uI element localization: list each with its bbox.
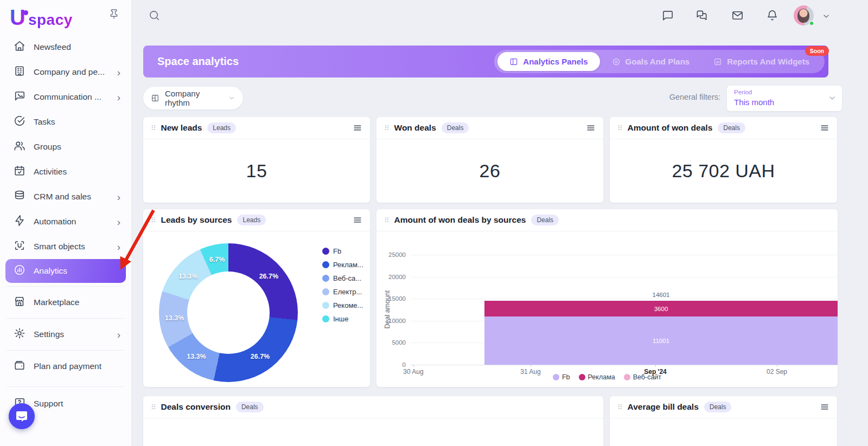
sidebar-item-automation[interactable]: Automation ›: [0, 209, 131, 234]
chevron-down-icon[interactable]: [822, 12, 831, 23]
sidebar-divider: [7, 286, 125, 287]
sidebar-item-label: Activities: [34, 167, 131, 177]
drag-handle-icon[interactable]: ⠿: [617, 124, 622, 132]
calendar-check-icon: [14, 165, 25, 179]
legend-swatch: [553, 374, 559, 380]
database-icon: [14, 190, 25, 204]
donut-slice-label: 26.7%: [259, 273, 278, 280]
widget-title: Amount of won deals: [628, 123, 713, 133]
widget-menu-icon[interactable]: [820, 123, 829, 133]
drag-handle-icon[interactable]: ⠿: [151, 403, 156, 411]
donut-slice-label: 6.7%: [209, 256, 225, 263]
gear-icon: [14, 327, 25, 341]
legend-item[interactable]: Інше: [322, 315, 363, 323]
sidebar-item-tasks[interactable]: Tasks: [0, 109, 131, 134]
tab-label: Reports And Widgets: [727, 57, 809, 66]
legend-label: Реклама: [588, 373, 615, 381]
sidebar-item-label: Newsfeed: [34, 42, 131, 52]
legend-item[interactable]: Рекоме...: [322, 301, 363, 309]
donut-chart: [159, 243, 298, 382]
header-tabs: Analytics Panels Goals And Plans Reports…: [494, 50, 825, 73]
drag-handle-icon[interactable]: ⠿: [151, 124, 156, 132]
legend-label: Fb: [562, 373, 570, 381]
x-tick-mark: [777, 365, 777, 367]
sidebar-item-label: Communication ...: [34, 92, 109, 102]
sidebar-item-label: Automation: [34, 217, 109, 227]
chevron-right-icon: ›: [117, 92, 120, 102]
widget-title: Won deals: [394, 123, 436, 133]
drag-handle-icon[interactable]: ⠿: [384, 124, 389, 132]
tab-reports-and-widgets[interactable]: Reports And Widgets: [701, 52, 821, 71]
widget-menu-icon[interactable]: [820, 402, 829, 412]
drag-handle-icon[interactable]: ⠿: [384, 216, 389, 224]
sidebar-item-groups[interactable]: Groups: [0, 134, 131, 159]
search-icon[interactable]: [148, 9, 161, 24]
legend-item[interactable]: Реклам...: [322, 261, 363, 269]
board-selector-value: Company rhythm: [165, 89, 222, 107]
tab-goals-and-plans[interactable]: Goals And Plans: [600, 52, 702, 71]
donut-legend: Fb Реклам... Веб-са... Електр... Рекоме.…: [322, 247, 363, 323]
users-icon: [14, 140, 25, 154]
widget-average-bill-deals: ⠿ Average bill deals Deals: [610, 396, 837, 446]
widget-amount-by-sources: ⠿ Amount of won deals by sources Deals D…: [376, 209, 838, 387]
chats-icon[interactable]: [695, 9, 708, 24]
legend-item[interactable]: Електр...: [322, 288, 363, 296]
legend-swatch: [322, 248, 329, 255]
chevron-down-icon: [828, 94, 837, 105]
sidebar-item-analytics[interactable]: Analytics: [5, 259, 126, 283]
widget-menu-icon[interactable]: [353, 215, 362, 225]
sidebar-item-activities[interactable]: Activities: [0, 159, 131, 184]
sidebar-item-crm-and-sales[interactable]: CRM and sales ›: [0, 184, 131, 209]
sidebar-item-smart-objects[interactable]: Smart objects ›: [0, 234, 131, 259]
entity-badge: Deals: [718, 122, 745, 133]
board-selector-dropdown[interactable]: Company rhythm: [143, 87, 243, 109]
logo-dot: [23, 10, 28, 15]
stacked-bar[interactable]: 3600 11001: [484, 301, 838, 365]
sidebar-divider: [7, 386, 125, 387]
sidebar-item-newsfeed[interactable]: Newsfeed: [0, 35, 131, 60]
mail-icon[interactable]: [731, 9, 744, 24]
main-content: Space analytics Analytics Panels Goals A…: [132, 31, 868, 446]
bar-segment-fb: 11001: [484, 316, 838, 365]
widget-menu-icon[interactable]: [586, 123, 596, 133]
legend-swatch: [322, 302, 329, 309]
legend-item[interactable]: Fb: [322, 247, 363, 255]
intercom-chat-button[interactable]: [9, 403, 35, 429]
home-icon: [14, 40, 25, 54]
sidebar-item-marketplace[interactable]: Marketplace: [0, 290, 131, 315]
uspacy-logo[interactable]: U spacy: [10, 7, 73, 29]
drag-handle-icon[interactable]: ⠿: [617, 403, 622, 411]
sidebar-item-label: Support: [34, 399, 131, 409]
sidebar-item-label: CRM and sales: [34, 192, 109, 202]
legend-item[interactable]: Веб-са...: [322, 274, 363, 282]
legend-label: Реклам...: [333, 261, 363, 269]
tab-analytics-panels[interactable]: Analytics Panels: [497, 52, 599, 71]
scan-u-icon: [14, 240, 25, 254]
widget-menu-icon[interactable]: [353, 123, 362, 133]
period-filter-dropdown[interactable]: Period This month: [727, 86, 842, 111]
pin-sidebar-icon[interactable]: [108, 9, 119, 22]
panels-icon: [509, 57, 518, 66]
sidebar-item-communication[interactable]: Communication ... ›: [0, 85, 131, 109]
sidebar-item-settings[interactable]: Settings ›: [0, 322, 131, 347]
legend-swatch: [322, 288, 329, 295]
drag-handle-icon[interactable]: ⠿: [151, 216, 156, 224]
chevron-right-icon: ›: [117, 192, 120, 202]
sidebar-item-plan-and-payment[interactable]: Plan and payment: [0, 354, 131, 379]
legend-item[interactable]: Реклама: [579, 373, 615, 381]
sidebar-item-label: Tasks: [34, 117, 131, 127]
sidebar: U spacy Newsfeed Company and pe... › Com…: [0, 0, 132, 446]
bell-icon[interactable]: [766, 9, 778, 24]
widget-new-leads: ⠿ New leads Leads 15: [143, 117, 370, 203]
donut-slice-label: 13.3%: [178, 273, 197, 280]
entity-badge: Leads: [207, 122, 236, 133]
comment-icon[interactable]: [661, 9, 674, 24]
sidebar-item-company-and-people[interactable]: Company and pe... ›: [0, 60, 131, 85]
building-icon: [14, 65, 25, 79]
donut-slice-label: 13.3%: [187, 353, 206, 360]
donut-slice-label: 26.7%: [251, 353, 270, 360]
sidebar-item-label: Plan and payment: [34, 361, 131, 371]
legend-item[interactable]: Fb: [553, 373, 570, 381]
legend-item[interactable]: Веб-сайт: [624, 373, 661, 381]
soon-badge: Soon: [805, 46, 829, 56]
